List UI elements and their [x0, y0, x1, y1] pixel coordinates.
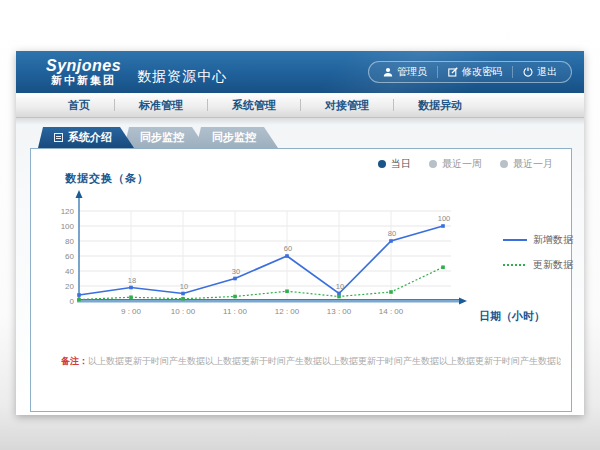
legend-line-swatch — [503, 262, 527, 268]
nav-shadow — [16, 118, 584, 125]
tab-label: 同步监控 — [140, 127, 184, 148]
svg-text:14 : 00: 14 : 00 — [379, 307, 404, 316]
svg-text:0: 0 — [70, 297, 75, 306]
tab-bar: 系统介绍同步监控同步监控 — [38, 127, 268, 148]
radio-dot — [378, 160, 386, 168]
document-icon — [54, 133, 63, 142]
legend-label: 更新数据 — [533, 258, 573, 272]
user-action-power[interactable]: 退出 — [513, 65, 567, 79]
svg-text:10: 10 — [180, 282, 188, 291]
nav-item-4[interactable]: 数据异动 — [394, 98, 486, 113]
radio-dot — [500, 160, 508, 168]
radio-option-1[interactable]: 最近一周 — [429, 157, 482, 171]
svg-text:11 : 00: 11 : 00 — [223, 307, 247, 316]
svg-text:9 : 00: 9 : 00 — [121, 307, 142, 316]
svg-text:20: 20 — [65, 282, 74, 291]
tab-label: 同步监控 — [212, 127, 256, 148]
footnote-text: 以上数据更新于时间产生数据以上数据更新于时间产生数据以上数据更新于时间产生数据以… — [88, 356, 561, 366]
logo-text-cn: 新中新集团 — [46, 75, 121, 87]
radio-label: 当日 — [391, 157, 411, 171]
company-logo: Synjones 新中新集团 — [46, 58, 121, 86]
chart-x-axis-title: 日期（小时） — [479, 309, 545, 324]
svg-text:10 : 00: 10 : 00 — [171, 307, 196, 316]
svg-text:60: 60 — [284, 244, 292, 253]
radio-dot — [429, 160, 437, 168]
radio-option-0[interactable]: 当日 — [378, 157, 411, 171]
svg-text:100: 100 — [438, 214, 451, 223]
svg-text:13 : 00: 13 : 00 — [327, 307, 352, 316]
footnote-prefix: 备注： — [61, 356, 88, 366]
tab-0[interactable]: 系统介绍 — [38, 127, 134, 148]
svg-text:10: 10 — [336, 282, 344, 291]
svg-text:12 : 00: 12 : 00 — [275, 307, 300, 316]
logo-text-en: Synjones — [46, 58, 121, 75]
radio-label: 最近一周 — [442, 157, 482, 171]
svg-text:60: 60 — [65, 252, 74, 261]
power-icon — [523, 67, 533, 77]
legend-label: 新增数据 — [533, 233, 573, 247]
chart-legend: 新增数据更新数据 — [503, 233, 573, 272]
page-title: 数据资源中心 — [137, 68, 227, 86]
main-nav: 首页标准管理系统管理对接管理数据异动 — [16, 93, 584, 118]
legend-line-swatch — [503, 237, 527, 243]
time-range-filter: 当日最近一周最近一月 — [378, 157, 553, 171]
footnote: 备注：以上数据更新于时间产生数据以上数据更新于时间产生数据以上数据更新于时间产生… — [61, 355, 561, 368]
tab-2[interactable]: 同步监控 — [196, 127, 278, 148]
svg-text:100: 100 — [61, 222, 75, 231]
nav-item-3[interactable]: 对接管理 — [301, 98, 393, 113]
user-actions-group: 管理员修改密码退出 — [368, 61, 572, 83]
svg-text:80: 80 — [65, 237, 74, 246]
user-icon — [383, 67, 393, 77]
user-action-label: 管理员 — [397, 65, 427, 79]
nav-item-0[interactable]: 首页 — [44, 98, 114, 113]
radio-label: 最近一月 — [513, 157, 553, 171]
svg-text:80: 80 — [388, 229, 396, 238]
tab-label: 系统介绍 — [68, 127, 112, 148]
radio-option-2[interactable]: 最近一月 — [500, 157, 553, 171]
svg-text:18: 18 — [128, 276, 136, 285]
content-panel: 当日最近一周最近一月 数据交换（条） 0204060801001209 : 00… — [30, 148, 572, 412]
user-action-edit[interactable]: 修改密码 — [438, 65, 512, 79]
svg-text:30: 30 — [232, 267, 240, 276]
nav-item-2[interactable]: 系统管理 — [208, 98, 300, 113]
chart-y-axis-title: 数据交换（条） — [65, 171, 149, 186]
tab-1[interactable]: 同步监控 — [124, 127, 206, 148]
app-header: Synjones 新中新集团 数据资源中心 管理员修改密码退出 — [16, 51, 584, 93]
user-action-user[interactable]: 管理员 — [373, 65, 437, 79]
svg-text:120: 120 — [61, 207, 75, 216]
line-chart: 0204060801001209 : 0010 : 0011 : 0012 : … — [49, 187, 504, 341]
legend-item-0: 新增数据 — [503, 233, 573, 247]
legend-item-1: 更新数据 — [503, 258, 573, 272]
chart-svg: 0204060801001209 : 0010 : 0011 : 0012 : … — [49, 187, 504, 337]
user-action-label: 退出 — [537, 65, 557, 79]
edit-icon — [448, 67, 458, 77]
nav-item-1[interactable]: 标准管理 — [115, 98, 207, 113]
user-action-label: 修改密码 — [462, 65, 502, 79]
app-window: Synjones 新中新集团 数据资源中心 管理员修改密码退出 首页标准管理系统… — [16, 51, 584, 415]
svg-text:40: 40 — [65, 267, 74, 276]
